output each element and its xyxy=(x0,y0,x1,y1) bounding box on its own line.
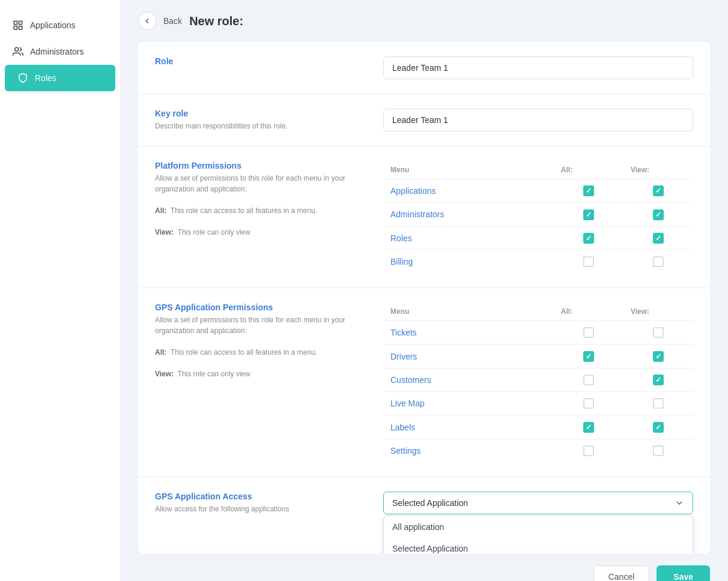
view-checkbox-settings[interactable] xyxy=(653,445,664,456)
table-row: Settings xyxy=(383,439,693,462)
table-row: Tickets xyxy=(383,321,693,345)
page-title: New role: xyxy=(189,14,243,28)
gps-permissions-label: GPS Application Permissions xyxy=(155,303,365,312)
view-checkbox-tickets[interactable] xyxy=(653,327,664,338)
table-row: Customers xyxy=(383,368,693,391)
view-checkbox-cell[interactable] xyxy=(623,368,693,391)
table-row: Administrators xyxy=(383,203,693,226)
all-checkbox-drivers[interactable] xyxy=(583,351,594,362)
sidebar-item-applications[interactable]: Applications xyxy=(0,12,120,38)
sidebar-item-roles[interactable]: Roles xyxy=(5,65,115,91)
dropdown-value: Selected Application xyxy=(392,498,468,508)
all-checkbox-settings[interactable] xyxy=(583,445,594,456)
role-row: Role Leader Team 1 xyxy=(138,42,710,94)
users-icon xyxy=(12,46,24,58)
grid-icon xyxy=(12,19,24,31)
menu-cell: Tickets xyxy=(383,321,554,345)
shield-icon xyxy=(17,72,29,84)
role-label: Role xyxy=(155,56,365,66)
all-checkbox-customers[interactable] xyxy=(583,375,594,385)
menu-cell: Customers xyxy=(383,368,554,391)
platform-permissions-desc: Allow a set of permissions to this role … xyxy=(155,173,365,238)
sidebar-item-label: Roles xyxy=(35,73,56,83)
table-row: Billing xyxy=(383,250,693,273)
table-row: Labels xyxy=(383,415,693,439)
all-checkbox-cell[interactable] xyxy=(554,439,623,462)
view-checkbox-cell[interactable] xyxy=(623,345,693,368)
view-checkbox-cell[interactable] xyxy=(623,321,693,345)
table-row: Live Map xyxy=(383,392,693,415)
menu-cell: Roles xyxy=(383,226,554,250)
view-checkbox-cell[interactable] xyxy=(623,203,693,226)
table-row: Drivers xyxy=(383,345,693,368)
all-checkbox-cell[interactable] xyxy=(554,392,623,415)
menu-cell: Live Map xyxy=(383,392,554,415)
col-all: All: xyxy=(554,161,623,179)
all-checkbox-billing[interactable] xyxy=(583,256,594,267)
gps-permissions-desc: Allow a set of permissions to this role … xyxy=(155,315,365,379)
application-access-dropdown-wrapper: Selected Application All application Sel… xyxy=(383,492,693,514)
all-checkbox-administrators[interactable] xyxy=(583,209,594,220)
chevron-down-icon xyxy=(675,498,684,508)
dropdown-options: All application Selected Application xyxy=(383,516,693,553)
cancel-button[interactable]: Cancel xyxy=(593,565,650,581)
view-checkbox-cell[interactable] xyxy=(623,392,693,415)
platform-permissions-table: Menu All: View: Applications Administrat… xyxy=(383,161,693,273)
form-card: Role Leader Team 1 Key role Describe mai… xyxy=(138,42,710,553)
view-checkbox-applications[interactable] xyxy=(653,185,664,196)
key-role-label: Key role xyxy=(155,109,365,118)
application-access-dropdown[interactable]: Selected Application xyxy=(383,492,693,514)
table-row: Applications xyxy=(383,179,693,203)
view-checkbox-cell[interactable] xyxy=(623,250,693,273)
all-checkbox-cell[interactable] xyxy=(554,415,623,439)
dropdown-option-selected[interactable]: Selected Application xyxy=(384,538,693,553)
all-checkbox-cell[interactable] xyxy=(554,250,623,273)
sidebar: Applications Administrators Roles xyxy=(0,0,120,581)
col-all-gps: All: xyxy=(554,303,623,321)
back-button[interactable] xyxy=(138,12,156,30)
view-checkbox-cell[interactable] xyxy=(623,179,693,203)
menu-cell: Applications xyxy=(383,179,554,203)
view-checkbox-cell[interactable] xyxy=(623,439,693,462)
role-input[interactable]: Leader Team 1 xyxy=(383,56,693,79)
svg-rect-3 xyxy=(19,26,22,29)
gps-permissions-row: GPS Application Permissions Allow a set … xyxy=(138,288,710,477)
all-checkbox-cell[interactable] xyxy=(554,321,623,345)
dropdown-option-all[interactable]: All application xyxy=(384,516,693,538)
sidebar-item-label: Administrators xyxy=(30,47,83,56)
footer-actions: Cancel Save xyxy=(138,565,710,581)
all-checkbox-cell[interactable] xyxy=(554,368,623,391)
col-view: View: xyxy=(623,161,693,179)
save-button[interactable]: Save xyxy=(657,565,710,581)
gps-access-row: GPS Application Access Allow access for … xyxy=(138,477,710,553)
key-role-input[interactable]: Leader Team 1 xyxy=(383,109,693,131)
view-checkbox-cell[interactable] xyxy=(623,226,693,250)
sidebar-item-label: Applications xyxy=(30,20,76,30)
svg-point-4 xyxy=(15,47,19,51)
all-checkbox-cell[interactable] xyxy=(554,226,623,250)
col-menu: Menu xyxy=(383,161,554,179)
view-checkbox-labels[interactable] xyxy=(653,422,664,433)
view-checkbox-customers[interactable] xyxy=(653,375,664,385)
all-checkbox-cell[interactable] xyxy=(554,179,623,203)
sidebar-item-administrators[interactable]: Administrators xyxy=(0,38,120,65)
col-view-gps: View: xyxy=(623,303,693,321)
all-checkbox-labels[interactable] xyxy=(583,422,594,433)
menu-cell: Labels xyxy=(383,415,554,439)
view-checkbox-drivers[interactable] xyxy=(653,351,664,362)
all-checkbox-tickets[interactable] xyxy=(583,327,594,338)
all-checkbox-cell[interactable] xyxy=(554,345,623,368)
all-checkbox-cell[interactable] xyxy=(554,203,623,226)
back-label: Back xyxy=(163,16,182,26)
all-checkbox-applications[interactable] xyxy=(583,185,594,196)
menu-cell: Billing xyxy=(383,250,554,273)
view-checkbox-roles[interactable] xyxy=(653,233,664,244)
view-checkbox-billing[interactable] xyxy=(653,256,664,267)
all-checkbox-roles[interactable] xyxy=(583,233,594,244)
menu-cell: Drivers xyxy=(383,345,554,368)
svg-rect-0 xyxy=(14,21,17,24)
view-checkbox-cell[interactable] xyxy=(623,415,693,439)
all-checkbox-live-map[interactable] xyxy=(583,398,594,409)
view-checkbox-administrators[interactable] xyxy=(653,209,664,220)
view-checkbox-live-map[interactable] xyxy=(653,398,664,409)
